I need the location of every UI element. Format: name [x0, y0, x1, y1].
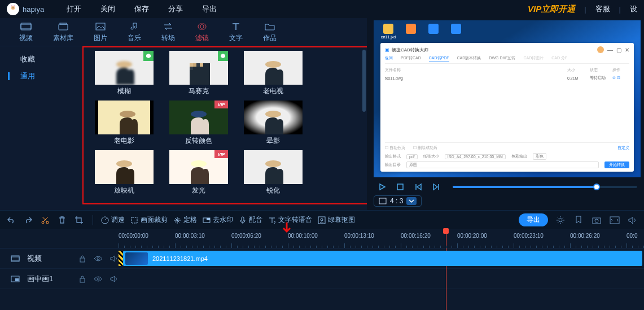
next-button[interactable] — [431, 182, 441, 192]
filter-glow[interactable]: VIP发光 — [163, 150, 235, 195]
export-button[interactable]: 导出 — [519, 213, 548, 226]
video-lane[interactable]: 202111231821.mp4 — [119, 248, 644, 268]
svg-rect-45 — [15, 278, 19, 281]
svg-rect-34 — [318, 217, 325, 224]
screenshot-icon[interactable] — [591, 215, 602, 226]
tab-transition[interactable]: 转场 — [161, 21, 175, 43]
vip-link[interactable]: VIP立即开通 — [528, 4, 575, 15]
mute-icon[interactable] — [109, 274, 119, 283]
svg-rect-42 — [80, 258, 85, 262]
filter-vignette[interactable]: 晕影 — [237, 101, 309, 146]
menu-share[interactable]: 分享 — [168, 4, 183, 14]
gauge-icon — [101, 216, 109, 224]
tab-video[interactable]: 视频 — [19, 21, 33, 43]
edit-toolbar: 调速 画面裁剪 定格 去水印 配音 文字转语音 绿幕抠图 导出 — [0, 210, 644, 229]
category-general[interactable]: 通用 — [0, 68, 79, 85]
filter-old-tv[interactable]: 老电视 — [237, 51, 309, 96]
cut-button[interactable] — [40, 215, 51, 226]
tab-image[interactable]: 图片 — [94, 21, 107, 43]
dub-tool[interactable]: 配音 — [239, 215, 262, 225]
eye-icon[interactable] — [94, 254, 103, 263]
menu-save[interactable]: 保存 — [134, 4, 149, 14]
badge-downloaded-icon — [143, 51, 154, 61]
tab-works[interactable]: 作品 — [263, 21, 277, 43]
svg-point-1 — [12, 7, 12, 8]
tab-text[interactable]: 文字 — [229, 21, 243, 43]
svg-rect-6 — [60, 23, 67, 24]
svg-point-27 — [42, 221, 44, 224]
svg-point-35 — [321, 219, 323, 221]
video-track-icon — [10, 254, 20, 264]
watermark-tool[interactable]: 去水印 — [203, 215, 233, 225]
mute-icon[interactable] — [109, 254, 119, 263]
mic-icon — [239, 216, 247, 224]
seek-bar[interactable] — [453, 186, 637, 188]
menu-export[interactable]: 导出 — [202, 4, 217, 14]
lock-icon[interactable] — [78, 274, 87, 283]
transition-icon — [163, 21, 174, 32]
svg-rect-4 — [21, 24, 31, 29]
svg-rect-15 — [200, 63, 203, 67]
undo-button[interactable] — [6, 215, 17, 226]
lock-icon[interactable] — [78, 254, 87, 263]
timeline-ruler[interactable]: 00:00:00:0000:00:03:1000:00:06:2000:00:1… — [0, 229, 644, 248]
scrollbar-thumb[interactable] — [362, 50, 366, 112]
svg-rect-25 — [397, 184, 403, 190]
top-menu: 打开 关闭 保存 分享 导出 — [67, 4, 217, 14]
marker-icon[interactable] — [573, 215, 584, 226]
eye-icon[interactable] — [94, 274, 103, 283]
close-icon: — — [607, 47, 613, 53]
filter-icon — [196, 21, 208, 32]
freeze-icon — [173, 216, 181, 224]
speed-tool[interactable]: 调速 — [101, 215, 125, 225]
filter-mosaic[interactable]: 马赛克 — [163, 51, 235, 96]
filter-projector[interactable]: 放映机 — [88, 150, 160, 195]
prev-button[interactable] — [413, 182, 423, 192]
filter-blur[interactable]: 模糊 — [88, 51, 160, 96]
filter-sharpen[interactable]: 锐化 — [237, 150, 309, 195]
freeze-tool[interactable]: 定格 — [173, 215, 197, 225]
fit-icon[interactable] — [609, 215, 620, 226]
settings-link[interactable]: 设 — [630, 4, 637, 14]
category-list: 收藏 通用 — [0, 46, 79, 210]
tab-filter[interactable]: 滤镜 — [195, 21, 209, 43]
support-link[interactable]: 客服 — [595, 4, 610, 14]
text-icon — [230, 21, 242, 32]
top-right: VIP立即开通 | 客服 | 设 — [528, 4, 637, 15]
preview-app-window: ▣畅捷CAD转换大师—▢✕ 返回 PDF转CAD CAD转PDF CAD版本转换… — [380, 43, 634, 172]
badge-vip-icon: VIP — [214, 150, 228, 158]
seek-knob[interactable] — [593, 184, 600, 190]
tab-library[interactable]: 素材库 — [53, 21, 73, 43]
stop-button[interactable] — [395, 182, 405, 192]
tab-music[interactable]: 音乐 — [128, 21, 141, 43]
chevron-down-icon — [406, 197, 417, 205]
settings-icon[interactable] — [555, 215, 566, 226]
category-favorites[interactable]: 收藏 — [0, 51, 79, 68]
menu-close[interactable]: 关闭 — [100, 4, 115, 14]
pip-lane[interactable] — [119, 269, 644, 289]
svg-rect-32 — [207, 218, 210, 220]
aspect-icon — [379, 198, 387, 204]
delete-button[interactable] — [56, 215, 68, 226]
svg-rect-26 — [379, 198, 386, 204]
svg-point-47 — [97, 278, 99, 280]
filter-old-film[interactable]: 老电影 — [88, 101, 160, 146]
pip-track-icon — [10, 274, 20, 284]
player-controls — [374, 177, 641, 193]
sound-icon[interactable] — [627, 215, 638, 226]
app-logo — [7, 3, 19, 15]
svg-rect-46 — [80, 278, 85, 282]
track-video: 视频 202111231821.mp4 — [0, 248, 644, 269]
filter-invert[interactable]: VIP反转颜色 — [163, 101, 235, 146]
preview-pane: en11.jxd ▣畅捷CAD转换大师—▢✕ 返回 PDF转CAD CAD转PD… — [367, 18, 644, 210]
redo-button[interactable] — [23, 215, 34, 226]
play-button[interactable] — [377, 182, 387, 192]
svg-point-21 — [265, 111, 281, 117]
aspect-ratio-select[interactable]: 4 : 3 — [374, 195, 422, 207]
crop-tool-button[interactable] — [73, 215, 85, 226]
video-clip[interactable]: 202111231821.mp4 — [123, 251, 642, 266]
greenscreen-tool[interactable]: 绿幕抠图 — [318, 215, 355, 225]
svg-point-36 — [559, 219, 562, 222]
menu-open[interactable]: 打开 — [67, 4, 81, 14]
crop-tool[interactable]: 画面裁剪 — [130, 215, 168, 225]
